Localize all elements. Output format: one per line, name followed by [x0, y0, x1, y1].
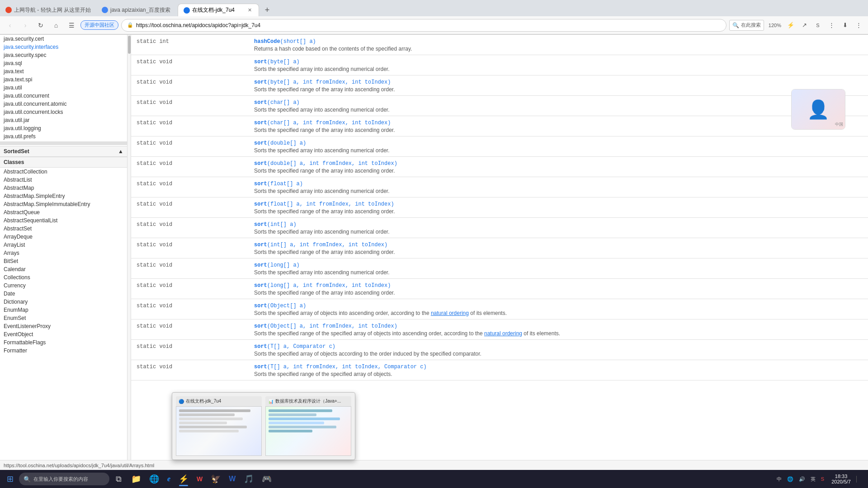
taskbar-app1[interactable]: 🎵	[240, 471, 257, 487]
sidebar-vscrollbar[interactable]	[127, 35, 131, 465]
api-method-name-0[interactable]: hashCode(short[] a)	[254, 38, 316, 45]
sidebar-class-enumset[interactable]: EnumSet	[0, 314, 127, 322]
tray-network[interactable]: 🌐	[785, 476, 795, 482]
home-button[interactable]: ⌂	[50, 19, 62, 32]
sidebar-item-java-util-concurrent-locks[interactable]: java.util.concurrent.locks	[0, 108, 127, 116]
windows-start-button[interactable]: ⊞	[2, 471, 18, 487]
lightning-icon[interactable]: ⚡	[785, 19, 797, 31]
sidebar-item-java-security-interfaces[interactable]: java.security.interfaces	[0, 43, 127, 51]
sidebar-class-abstractset[interactable]: AbstractSet	[0, 225, 127, 233]
taskbar-search[interactable]: 🔍 在里输入你要搜索的内容	[19, 473, 109, 485]
sidebar-class-formattableflags[interactable]: FormattableFlags	[0, 338, 127, 347]
api-method-name-7[interactable]: sort(float[] a)	[254, 181, 303, 187]
sidebar-item-java-util-logging[interactable]: java.util.logging	[0, 124, 127, 132]
sidebar-class-eventlistenerproxy[interactable]: EventListenerProxy	[0, 322, 127, 330]
sidebar-item-java-sql[interactable]: java.sql	[0, 59, 127, 67]
api-method-name-14[interactable]: sort(Object[] a, int fromIndex, int toIn…	[254, 323, 397, 329]
forward-button[interactable]: ›	[19, 19, 32, 32]
sidebar-class-arrays[interactable]: Arrays	[0, 249, 127, 257]
api-method-name-9[interactable]: sort(int[] a)	[254, 221, 297, 228]
taskbar-wps[interactable]: W	[193, 471, 206, 487]
bookmarks-button[interactable]: ☰	[65, 19, 78, 32]
back-button[interactable]: ‹	[4, 19, 16, 32]
sidebar-item-java-util[interactable]: java.util	[0, 84, 127, 92]
taskbar-ie2[interactable]: 🦅	[207, 471, 224, 487]
reload-button[interactable]: ↻	[34, 19, 47, 32]
sohu-icon[interactable]: S	[812, 19, 824, 31]
sorted-set-header[interactable]: SortedSet ▲	[0, 146, 127, 157]
sidebar-class-abstractmap-simpleentry[interactable]: AbstractMap.SimpleEntry	[0, 192, 127, 200]
sidebar-scroll-thumb[interactable]	[0, 141, 127, 145]
api-method-name-12[interactable]: sort(long[] a, int fromIndex, int toInde…	[254, 282, 391, 289]
api-method-name-11[interactable]: sort(long[] a)	[254, 262, 300, 268]
taskbar-word[interactable]: W	[225, 471, 239, 487]
natural-ordering-link[interactable]: natural ordering	[431, 310, 469, 316]
sidebar-class-collections[interactable]: Collections	[0, 273, 127, 282]
tray-volume[interactable]: 🔊	[797, 476, 807, 482]
tab-3-close-icon[interactable]: ✕	[246, 7, 253, 14]
tray-pinyin[interactable]: 英	[809, 476, 817, 483]
sidebar-class-enummap[interactable]: EnumMap	[0, 306, 127, 314]
sidebar-class-formatter[interactable]: Formatter	[0, 347, 127, 355]
api-method-name-15[interactable]: sort(T[] a, Comparator c)	[254, 343, 335, 350]
tab-2[interactable]: java apizaixian_百度搜索	[96, 4, 178, 16]
taskbar-edge[interactable]: 🌐	[146, 471, 163, 487]
more-icon[interactable]: ⋮	[826, 19, 837, 31]
api-method-name-10[interactable]: sort(int[] a, int fromIndex, int toIndex…	[254, 242, 387, 248]
toolbar-search-box[interactable]: 🔍 在此搜索	[729, 20, 764, 31]
sidebar-class-abstractcollection[interactable]: AbstractCollection	[0, 168, 127, 176]
api-method-name-2[interactable]: sort(byte[] a, int fromIndex, int toInde…	[254, 79, 391, 85]
api-method-name-16[interactable]: sort(T[] a, int fromIndex, int toIndex, …	[254, 364, 427, 370]
download-icon[interactable]: ⬇	[839, 19, 851, 31]
sidebar-class-date[interactable]: Date	[0, 290, 127, 298]
sidebar-class-arraylist[interactable]: ArrayList	[0, 241, 127, 249]
sidebar-class-arraydeque[interactable]: ArrayDeque	[0, 233, 127, 241]
preview-item-2[interactable]: 📊 数据库技术及程序设计（Java+...	[265, 396, 351, 456]
address-bar[interactable]: 🔒 https://tool.oschina.net/apidocs/apido…	[121, 19, 726, 32]
taskbar-ie[interactable]: e	[164, 471, 174, 487]
menu-icon[interactable]: ⋮	[853, 19, 864, 31]
task-view-button[interactable]: ⧉	[110, 471, 127, 487]
natural-ordering-link[interactable]: natural ordering	[484, 330, 522, 337]
bookmark-label[interactable]: 开源中国社区	[80, 20, 118, 30]
sidebar-item-java-util-jar[interactable]: java.util.jar	[0, 116, 127, 124]
api-method-name-1[interactable]: sort(byte[] a)	[254, 59, 300, 65]
sidebar-class-dictionary[interactable]: Dictionary	[0, 298, 127, 306]
api-method-name-3[interactable]: sort(char[] a)	[254, 99, 300, 106]
tray-sohu[interactable]: S	[819, 476, 826, 482]
api-method-cell-16: sort(T[] a, int fromIndex, int toIndex, …	[249, 360, 868, 380]
sidebar-class-calendar[interactable]: Calendar	[0, 265, 127, 273]
preview-item-1[interactable]: 🔵 在线文档-jdk_7u4	[176, 396, 262, 456]
api-method-name-5[interactable]: sort(double[] a)	[254, 140, 306, 146]
sidebar-class-currency[interactable]: Currency	[0, 282, 127, 290]
sidebar-item-java-text-spi[interactable]: java.text.spi	[0, 75, 127, 84]
sidebar-item-java-util-concurrent[interactable]: java.util.concurrent	[0, 92, 127, 100]
sidebar-class-abstractlist[interactable]: AbstractList	[0, 176, 127, 184]
taskbar-explorer[interactable]: 📁	[127, 471, 145, 487]
api-method-name-4[interactable]: sort(char[] a, int fromIndex, int toInde…	[254, 120, 391, 126]
sidebar-vscroll-thumb[interactable]	[128, 36, 131, 54]
api-method-name-8[interactable]: sort(float[] a, int fromIndex, int toInd…	[254, 201, 394, 207]
tab-1[interactable]: 上网导航 - 轻快上网 从这里开始	[0, 4, 96, 16]
sidebar-class-abstractmap[interactable]: AbstractMap	[0, 184, 127, 192]
api-method-name-13[interactable]: sort(Object[] a)	[254, 303, 306, 309]
share-icon[interactable]: ↗	[798, 19, 810, 31]
sidebar-class-abstractmap-simpleimmutableentry[interactable]: AbstractMap.SimpleImmutableEntry	[0, 200, 127, 208]
sidebar-class-abstractsequentiallist[interactable]: AbstractSequentialList	[0, 216, 127, 225]
tray-lang-zh[interactable]: 中	[775, 476, 783, 483]
sidebar-item-java-security-cert[interactable]: java.security.cert	[0, 35, 127, 43]
tab-3[interactable]: 在线文档-jdk_7u4 ✕	[178, 4, 259, 16]
api-method-name-6[interactable]: sort(double[] a, int fromIndex, int toIn…	[254, 160, 397, 167]
taskbar-chrome[interactable]: ⚡	[175, 471, 192, 487]
sidebar-item-java-security-spec[interactable]: java.security.spec	[0, 51, 127, 59]
classes-header[interactable]: Classes	[0, 157, 127, 168]
sidebar-class-abstractqueue[interactable]: AbstractQueue	[0, 208, 127, 216]
sidebar-item-java-text[interactable]: java.text	[0, 67, 127, 75]
sidebar-item-java-util-prefs[interactable]: java.util.prefs	[0, 132, 127, 141]
sidebar-class-eventobject[interactable]: EventObject	[0, 330, 127, 338]
sidebar-class-bitset[interactable]: BitSet	[0, 257, 127, 265]
show-desktop-button[interactable]	[856, 476, 866, 483]
sidebar-item-java-util-concurrent-atomic[interactable]: java.util.concurrent.atomic	[0, 100, 127, 108]
taskbar-app2[interactable]: 🎮	[258, 471, 275, 487]
new-tab-button[interactable]: +	[261, 4, 274, 16]
